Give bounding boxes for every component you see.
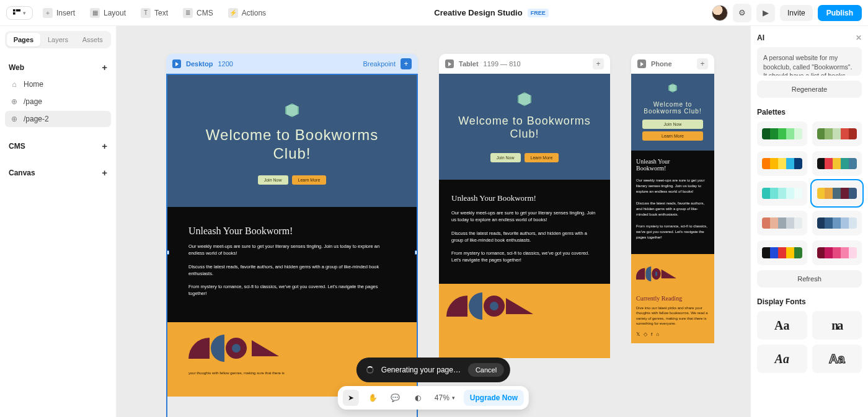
comment-icon: 💬 — [391, 393, 400, 402]
palette-option[interactable] — [812, 151, 862, 176]
twitch-icon[interactable]: ⌂ — [656, 331, 659, 337]
ai-prompt[interactable]: A personal website for my bookclub, call… — [757, 47, 862, 76]
palette-option[interactable] — [812, 121, 862, 146]
body-text: Our weekly meet-ups are sure to get your… — [636, 178, 709, 195]
play-icon — [637, 59, 646, 68]
insert-menu[interactable]: ＋Insert — [38, 6, 80, 20]
text-menu[interactable]: TText — [136, 6, 173, 20]
palette-option[interactable] — [757, 151, 807, 176]
frame-size: 1199 — 810 — [484, 60, 521, 68]
site-logo-icon — [668, 84, 677, 92]
comment-tool[interactable]: 💬 — [388, 390, 404, 406]
section-cms: CMS — [9, 142, 25, 151]
cms-icon: ≣ — [183, 8, 193, 18]
body-text: Discuss the latest reads, favorite autho… — [636, 201, 709, 217]
canvas[interactable]: Desktop 1200 Breakpoint + Welcome to Boo… — [117, 26, 750, 417]
moon-icon: ◐ — [415, 393, 421, 402]
font-option[interactable]: Aa — [812, 345, 862, 373]
regenerate-button[interactable]: Regenerate — [757, 81, 862, 98]
settings-button[interactable]: ⚙ — [733, 4, 751, 22]
join-button[interactable]: Join Now — [490, 153, 521, 162]
cms-menu[interactable]: ≣CMS — [178, 6, 218, 20]
invite-button[interactable]: Invite — [780, 5, 813, 21]
palette-option[interactable] — [757, 181, 807, 206]
play-icon — [172, 59, 181, 68]
body-text: Our weekly meet-ups are sure to get your… — [188, 243, 396, 257]
frame-name: Tablet — [459, 60, 479, 68]
palettes-label: Palettes — [757, 108, 862, 116]
hero-title: Welcome to BookwormsClub! — [180, 126, 404, 163]
app-menu[interactable]: ▾ — [6, 6, 33, 20]
font-option[interactable]: Aa — [757, 311, 807, 340]
section-canvas: Canvas — [9, 169, 35, 177]
page-1[interactable]: ⊕/page — [5, 94, 111, 110]
social-icons[interactable]: 𝕏◇f⌂ — [636, 331, 709, 337]
dark-mode-toggle[interactable]: ◐ — [410, 390, 426, 406]
add-cms-button[interactable]: + — [102, 141, 107, 151]
select-tool[interactable]: ➤ — [343, 390, 359, 406]
home-icon: ⌂ — [10, 80, 19, 89]
site-logo-icon — [518, 92, 531, 106]
join-button[interactable]: Join Now — [642, 120, 703, 129]
frame-phone[interactable]: Phone + Welcome to Bookworms Club! Join … — [631, 54, 714, 417]
upgrade-button[interactable]: Upgrade Now — [464, 390, 524, 406]
refresh-palettes-button[interactable]: Refresh — [757, 270, 862, 288]
decorative-shapes — [636, 266, 676, 281]
play-icon: ▶ — [763, 8, 769, 17]
cancel-button[interactable]: Cancel — [468, 363, 504, 377]
decorative-shapes — [446, 292, 603, 320]
body-text: From mystery to romance, sci-fi to class… — [451, 250, 598, 264]
palette-option[interactable] — [757, 211, 807, 235]
font-option[interactable]: na — [812, 311, 862, 340]
palette-option[interactable] — [812, 211, 862, 235]
add-breakpoint-button[interactable]: + — [697, 58, 708, 69]
add-breakpoint-button[interactable]: + — [593, 58, 604, 69]
preview-button[interactable]: ▶ — [756, 4, 775, 22]
plus-icon: ＋ — [43, 8, 53, 18]
facebook-icon[interactable]: f — [651, 331, 652, 337]
palette-option[interactable] — [812, 181, 862, 206]
bolt-icon: ⚡ — [228, 8, 238, 18]
instagram-icon[interactable]: ◇ — [644, 331, 647, 337]
body-text: Discuss the latest reads, favorite autho… — [188, 263, 396, 278]
play-icon — [445, 59, 454, 68]
publish-button[interactable]: Publish — [818, 5, 862, 21]
add-page-button[interactable]: + — [102, 62, 107, 72]
learn-button[interactable]: Learn More — [525, 153, 559, 162]
frame-name: Desktop — [186, 60, 213, 68]
font-option[interactable]: Aa — [757, 345, 807, 373]
section-heading: Unleash Your Bookworm! — [451, 193, 598, 203]
close-icon[interactable]: ✕ — [856, 33, 862, 42]
tool-dock: ➤ ✋ 💬 ◐ 47%▾ Upgrade Now — [338, 386, 529, 410]
toast-message: Generating your page… — [381, 366, 461, 374]
zoom-control[interactable]: 47%▾ — [432, 393, 458, 402]
learn-button[interactable]: Learn More — [642, 131, 703, 141]
page-2[interactable]: ⊕/page-2 — [5, 111, 111, 127]
avatar[interactable] — [712, 5, 728, 21]
frame-name: Phone — [651, 60, 672, 68]
tab-pages[interactable]: Pages — [7, 33, 40, 46]
palette-option[interactable] — [757, 240, 807, 265]
cursor-icon: ➤ — [348, 393, 354, 402]
actions-menu[interactable]: ⚡Actions — [223, 6, 271, 20]
globe-icon: ⊕ — [10, 97, 19, 106]
project-name[interactable]: Creative Design Studio — [434, 8, 522, 17]
generating-toast: Generating your page… Cancel — [356, 358, 510, 382]
left-sidebar: Pages Layers Assets Web+ ⌂Home ⊕/page ⊕/… — [0, 26, 117, 417]
learn-button[interactable]: Learn More — [292, 175, 327, 185]
hand-tool[interactable]: ✋ — [365, 390, 381, 406]
tab-assets[interactable]: Assets — [76, 33, 109, 46]
layout-menu[interactable]: ▦Layout — [85, 6, 131, 20]
add-canvas-button[interactable]: + — [102, 167, 107, 178]
twitter-icon[interactable]: 𝕏 — [636, 331, 640, 337]
globe-icon: ⊕ — [10, 115, 19, 123]
tab-layers[interactable]: Layers — [42, 33, 75, 46]
page-home[interactable]: ⌂Home — [5, 76, 111, 92]
palette-option[interactable] — [812, 240, 862, 265]
palette-option[interactable] — [757, 121, 807, 146]
add-breakpoint-button[interactable]: + — [401, 58, 412, 69]
section-heading: Unleash Your Bookworm!Unleash YourBookwo… — [636, 158, 709, 172]
chevron-down-icon: ▾ — [23, 10, 26, 16]
join-button[interactable]: Join Now — [258, 175, 288, 185]
section-heading: Unleash Your Bookworm! — [188, 226, 396, 237]
